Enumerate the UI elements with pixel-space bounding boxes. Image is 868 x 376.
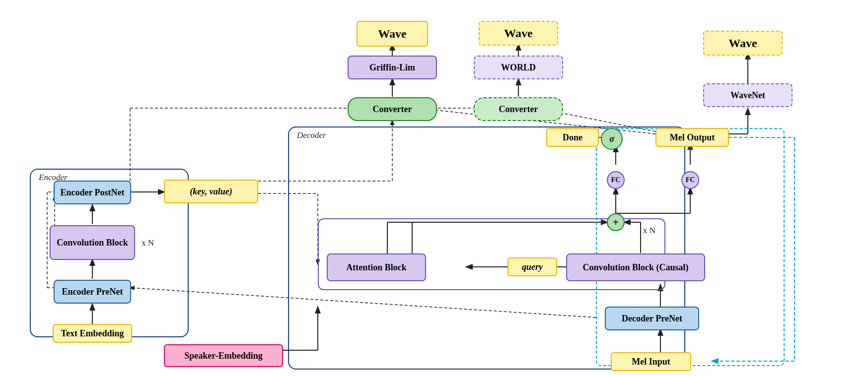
encoder-conv-block-node: Convolution Block	[50, 225, 135, 260]
conv-block-causal-node: Convolution Block (Causal)	[566, 253, 705, 281]
mel-feedback-box	[596, 128, 785, 366]
done-node: Done	[546, 128, 599, 147]
attention-block-node: Attention Block	[327, 253, 426, 281]
decoder-label: Decoder	[297, 130, 326, 140]
fc1-node: FC	[607, 171, 625, 189]
wave2-node: Wave	[479, 21, 558, 46]
decoder-prenet-node: Decoder PreNet	[605, 307, 699, 330]
converter2-node: Converter	[474, 97, 563, 121]
encoder-postnet-node: Encoder PostNet	[54, 181, 131, 204]
fc2-node: FC	[681, 171, 699, 189]
speaker-embedding-node: Speaker-Embedding	[164, 344, 283, 367]
xn-decoder-label: x N	[643, 226, 655, 236]
mel-output-node: Mel Output	[655, 128, 729, 147]
griffin-lim-node: Griffin-Lim	[348, 56, 437, 79]
plus-node: +	[607, 213, 625, 231]
wavenet-node: WaveNet	[703, 83, 793, 107]
encoder-prenet-node: Encoder PreNet	[54, 280, 131, 304]
converter1-node: Converter	[348, 97, 437, 121]
wave3-node: Wave	[703, 31, 783, 56]
xn-encoder-label: x N	[142, 238, 154, 248]
world-node: WORLD	[474, 56, 563, 79]
key-value-node: (key, value)	[164, 180, 258, 203]
text-embedding-node: Text Embedding	[53, 324, 132, 343]
mel-input-node: Mel Input	[611, 352, 691, 371]
query-node: query	[507, 257, 557, 276]
wave1-node: Wave	[357, 21, 428, 47]
sigma-node: σ	[601, 128, 623, 150]
